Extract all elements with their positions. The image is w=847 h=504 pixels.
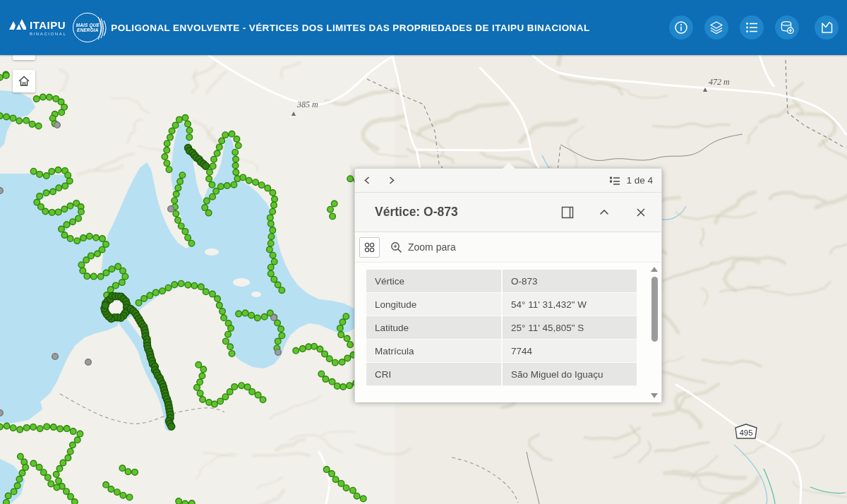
vertex-dot[interactable] [77, 431, 83, 437]
vertex-dot[interactable] [172, 282, 178, 288]
vertex-dot[interactable] [119, 280, 126, 286]
vertex-dot[interactable] [221, 315, 227, 321]
next-feature-button[interactable] [379, 169, 403, 192]
vertex-dot[interactable] [182, 500, 188, 504]
vertex-dot[interactable] [203, 289, 209, 295]
vertex-dot[interactable] [141, 296, 148, 302]
vertex-dot[interactable] [347, 176, 354, 182]
vertex-dot[interactable] [179, 172, 186, 179]
feature-list-icon[interactable] [609, 176, 620, 186]
vertex-dot[interactable] [329, 471, 335, 477]
vertex-dot[interactable] [211, 156, 217, 162]
vertex-dot[interactable] [78, 209, 85, 215]
vertex-dot-gray[interactable] [271, 315, 277, 321]
vertex-dot[interactable] [62, 183, 68, 189]
vertex-dot[interactable] [232, 149, 239, 155]
vertex-dot[interactable] [59, 109, 65, 116]
vertex-dot[interactable] [326, 356, 332, 362]
vertex-dot[interactable] [229, 131, 235, 138]
vertex-dot[interactable] [107, 287, 114, 293]
vertex-dot[interactable] [160, 288, 166, 294]
vertex-dot[interactable] [45, 474, 52, 481]
vertex-dot[interactable] [74, 437, 80, 443]
vertex-dot[interactable] [4, 500, 10, 504]
vertex-dot[interactable] [234, 136, 240, 143]
vertex-dot[interactable] [270, 190, 276, 196]
vertex-dot[interactable] [10, 425, 16, 431]
vertex-dot[interactable] [35, 123, 42, 129]
vertex-dot[interactable] [328, 206, 334, 212]
polygon-button[interactable] [815, 16, 839, 40]
vertex-dot[interactable] [219, 138, 225, 144]
vertex-dot-gray[interactable] [52, 354, 59, 360]
vertex-dot[interactable] [335, 383, 341, 390]
vertex-dot[interactable] [54, 484, 60, 491]
vertex-dot[interactable] [200, 397, 206, 403]
vertex-dot[interactable] [78, 262, 85, 268]
vertex-dot[interactable] [182, 229, 188, 235]
vertex-dot[interactable] [268, 270, 274, 277]
vertex-dot[interactable] [267, 246, 273, 253]
vertex-dot[interactable] [222, 132, 229, 138]
vertex-dot[interactable] [253, 179, 259, 186]
vertex-dot-gray[interactable] [0, 188, 3, 194]
vertex-dot[interactable] [220, 308, 226, 315]
vertex-dot[interactable] [268, 240, 274, 246]
vertex-dot[interactable] [49, 210, 55, 216]
vertex-dot[interactable] [204, 198, 210, 204]
vertex-dot[interactable] [249, 389, 256, 395]
vertex-dot[interactable] [229, 351, 235, 357]
vertex-dot[interactable] [44, 173, 50, 179]
vertex-dot[interactable] [14, 483, 20, 489]
vertex-dot[interactable] [233, 156, 239, 162]
vertex-dot[interactable] [164, 147, 170, 153]
vertex-dot[interactable] [246, 177, 253, 184]
vertex-dot[interactable] [100, 236, 106, 242]
vertex-dot[interactable] [0, 424, 3, 430]
vertex-dot[interactable] [189, 500, 196, 504]
home-button[interactable] [13, 70, 35, 92]
vertex-dot[interactable] [337, 325, 344, 332]
zoom-to-button[interactable]: Zoom para [390, 241, 456, 253]
vertex-dot[interactable] [343, 485, 349, 491]
scroll-up-arrow[interactable] [651, 267, 658, 272]
collapse-button[interactable] [596, 205, 612, 220]
vertex-dot[interactable] [0, 113, 3, 119]
vertex-dot[interactable] [30, 460, 37, 467]
vertex-dot[interactable] [36, 464, 42, 471]
vertex-dot[interactable] [65, 172, 71, 179]
vertex-dot[interactable] [91, 273, 97, 280]
vertex-dot[interactable] [42, 208, 49, 215]
vertex-dot[interactable] [234, 176, 241, 182]
vertex-dot[interactable] [120, 492, 126, 498]
vertex-dot[interactable] [275, 320, 281, 326]
vertex-dot[interactable] [213, 188, 220, 195]
dock-button[interactable] [560, 205, 575, 220]
vertex-dot[interactable] [87, 233, 93, 239]
vertex-dot[interactable] [350, 487, 356, 493]
vertex-dot[interactable] [102, 302, 109, 309]
vertex-dot[interactable] [64, 222, 70, 228]
vertex-dot[interactable] [178, 223, 184, 229]
vertex-dot[interactable] [168, 423, 175, 430]
vertex-dot[interactable] [293, 348, 299, 354]
vertex-dot[interactable] [228, 325, 234, 332]
vertex-dot[interactable] [172, 198, 178, 204]
vertex-dot[interactable] [50, 188, 56, 195]
vertex-dot[interactable] [103, 270, 109, 276]
vertex-dot[interactable] [172, 122, 179, 128]
vertex-dot[interactable] [125, 469, 131, 475]
vertex-dot[interactable] [188, 240, 195, 246]
vertex-dot[interactable] [209, 182, 215, 188]
vertex-dot[interactable] [339, 359, 345, 366]
feature-menu-button[interactable] [359, 237, 380, 258]
vertex-dot[interactable] [64, 488, 70, 495]
vertex-dot[interactable] [67, 236, 73, 242]
vertex-dot[interactable] [41, 469, 47, 476]
vertex-dot[interactable] [70, 219, 76, 225]
vertex-dot[interactable] [70, 442, 76, 448]
info-button[interactable] [669, 16, 693, 40]
vertex-dot-gray[interactable] [54, 122, 61, 128]
vertex-dot[interactable] [43, 190, 49, 196]
vertex-dot-gray[interactable] [275, 349, 282, 356]
